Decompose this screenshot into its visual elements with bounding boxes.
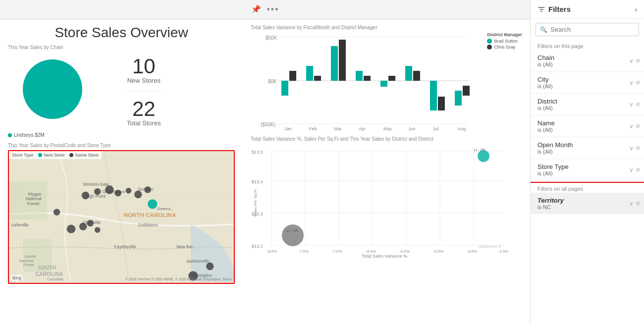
- map-container[interactable]: Store Type New Store Same Store: [8, 150, 235, 284]
- filters-all-pages-label: Filters on all pages: [531, 183, 644, 193]
- filter-chain-value: is (All): [537, 61, 637, 67]
- filter-district-clear[interactable]: ⊘: [636, 101, 640, 108]
- bar-legend-title: District Manager: [487, 32, 522, 37]
- filter-chain-clear[interactable]: ⊘: [636, 57, 640, 64]
- filter-store-type-clear[interactable]: ⊘: [636, 166, 640, 173]
- filter-chain[interactable]: Chain is (All) ∨ ⊘: [531, 50, 644, 72]
- svg-point-26: [82, 192, 89, 199]
- filters-on-page-label: Filters on this page: [531, 40, 644, 50]
- map-copyright: © 2020 TomTom © 2020 HERE, © 2020 Micros…: [125, 277, 232, 281]
- filter-district[interactable]: District is (All) ∨ ⊘: [531, 94, 644, 115]
- filter-open-month-clear[interactable]: ⊘: [636, 145, 640, 151]
- filter-district-controls: ∨ ⊘: [629, 101, 640, 108]
- pie-legend-label: Lindseys $2M: [14, 132, 45, 138]
- svg-point-37: [54, 209, 60, 216]
- filter-city-clear[interactable]: ⊘: [636, 79, 640, 86]
- more-options-icon[interactable]: •••: [267, 4, 279, 15]
- filter-territory-name: Territory: [537, 197, 637, 204]
- filter-city-controls: ∨ ⊘: [629, 79, 640, 86]
- filters-all-pages-section: Filters on all pages Territory is NC ∨ ⊘: [531, 182, 644, 214]
- svg-text:$13.4: $13.4: [252, 179, 263, 184]
- filter-district-value: is (All): [537, 105, 637, 111]
- scatter-chart-title: Total Sales Variance %, Sales Per Sq Ft …: [251, 136, 522, 142]
- svg-text:-8.0%: -8.0%: [267, 249, 277, 254]
- legend-new-store: New Store: [38, 153, 64, 158]
- filter-city[interactable]: City is (All) ∨ ⊘: [531, 72, 644, 94]
- filter-name[interactable]: Name is (All) ∨ ⊘: [531, 115, 644, 137]
- bar-legend-label1: Brad Sutton: [494, 39, 518, 44]
- svg-rect-55: [380, 81, 387, 87]
- svg-point-33: [79, 223, 87, 230]
- svg-text:$13.2: $13.2: [252, 244, 263, 249]
- svg-text:NORTH CAROLINA: NORTH CAROLINA: [124, 212, 176, 218]
- svg-text:Sumter: Sumter: [24, 254, 37, 259]
- svg-point-39: [206, 263, 214, 270]
- filter-district-chevron[interactable]: ∨: [629, 101, 634, 108]
- kpi-total-stores-value: 22: [132, 99, 156, 119]
- filter-name-label: Name: [537, 119, 637, 127]
- filter-name-value: is (All): [537, 127, 637, 133]
- svg-rect-58: [413, 71, 420, 81]
- svg-text:$13.5: $13.5: [252, 150, 263, 155]
- filter-territory[interactable]: Territory is NC ∨ ⊘: [531, 193, 644, 214]
- pie-chart: [8, 52, 97, 131]
- svg-rect-48: [289, 71, 296, 81]
- filters-close-button[interactable]: ›: [635, 5, 637, 13]
- filter-open-month-controls: ∨ ⊘: [629, 145, 640, 152]
- svg-text:Fayetteville: Fayetteville: [114, 244, 136, 249]
- map-svg: Pisgan National Forest Asheville Winston…: [9, 151, 234, 283]
- filters-label: Filters: [548, 5, 571, 13]
- filter-territory-clear[interactable]: ⊘: [636, 200, 640, 207]
- kpi-total-stores-label: Total Stores: [127, 119, 161, 127]
- filter-city-chevron[interactable]: ∨: [629, 79, 634, 86]
- filter-open-month[interactable]: Open Month is (All) ∨ ⊘: [531, 137, 644, 159]
- filter-territory-value: is NC: [537, 204, 637, 210]
- svg-rect-51: [331, 46, 338, 81]
- svg-text:Jan: Jan: [284, 126, 292, 131]
- svg-point-27: [94, 188, 101, 195]
- filter-store-type[interactable]: Store Type is (All) ∨ ⊘: [531, 159, 644, 181]
- pin-icon[interactable]: 📌: [251, 4, 261, 15]
- svg-text:Mar: Mar: [334, 126, 342, 131]
- pie-chart-label: This Year Sales by Chain: [8, 45, 117, 50]
- filter-chain-chevron[interactable]: ∨: [629, 57, 634, 64]
- filter-open-month-chevron[interactable]: ∨: [629, 145, 634, 152]
- filter-name-clear[interactable]: ⊘: [636, 123, 640, 129]
- kpi-new-stores-value: 10: [132, 56, 156, 77]
- kpi-divider: [127, 91, 161, 92]
- svg-text:Feb: Feb: [309, 126, 317, 131]
- search-input[interactable]: [550, 26, 635, 33]
- filter-territory-controls: ∨ ⊘: [629, 200, 640, 207]
- svg-text:$50K: $50K: [266, 35, 277, 41]
- scatter-chart-svg: $13.5 $13.4 $13.3 $13.2 Sales Per Sq Ft: [251, 144, 508, 258]
- filter-store-type-name: Store Type: [537, 163, 637, 170]
- filter-city-name: City: [537, 76, 637, 83]
- filter-name-chevron[interactable]: ∨: [629, 123, 634, 130]
- svg-text:-6.5%: -6.5%: [366, 249, 376, 254]
- map-legend: Store Type New Store Same Store: [9, 151, 102, 159]
- filter-store-type-chevron[interactable]: ∨: [629, 166, 634, 173]
- report-title: Store Sales Overview: [8, 25, 235, 41]
- bar-chart-legend: District Manager Brad Sutton Chris Gray: [487, 32, 522, 51]
- filters-title: Filters: [537, 5, 571, 13]
- legend-same-store-dot: [69, 153, 73, 157]
- filter-territory-chevron[interactable]: ∨: [629, 200, 634, 207]
- svg-text:($50K): ($50K): [261, 122, 275, 127]
- svg-point-32: [144, 186, 151, 193]
- svg-rect-60: [438, 97, 445, 110]
- svg-point-35: [95, 227, 101, 233]
- filter-city-value: is (All): [537, 83, 637, 89]
- svg-text:National: National: [19, 259, 34, 263]
- svg-text:LI - 03: LI - 03: [474, 148, 485, 152]
- svg-text:New Ber...: New Ber...: [176, 244, 196, 249]
- filter-open-month-value: is (All): [537, 149, 637, 155]
- svg-point-30: [126, 188, 132, 194]
- legend-same-store-label: Same Store: [75, 153, 99, 158]
- svg-text:Goldsboro: Goldsboro: [138, 222, 158, 227]
- legend-same-store: Same Store: [69, 153, 99, 158]
- search-box[interactable]: 🔍: [536, 23, 639, 36]
- svg-point-0: [23, 59, 82, 119]
- scatter-chart-section: Total Sales Variance %, Sales Per Sq Ft …: [251, 136, 522, 320]
- svg-text:National: National: [26, 196, 42, 201]
- svg-text:obViEnce llc ®: obViEnce llc ®: [479, 245, 501, 248]
